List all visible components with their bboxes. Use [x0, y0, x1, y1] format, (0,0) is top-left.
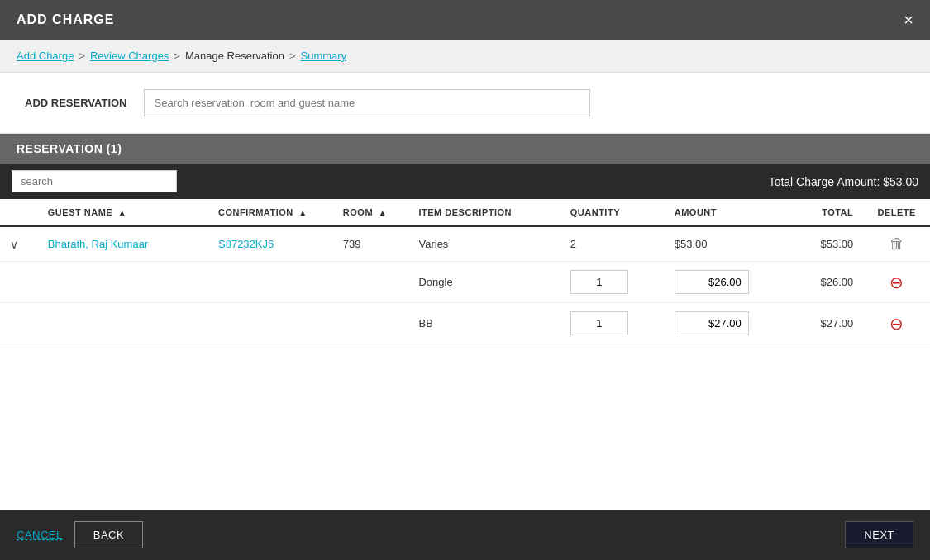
quantity-cell: 2: [560, 226, 665, 262]
sub-item-desc-dongle: Dongle: [408, 262, 560, 303]
breadcrumb-sep-3: >: [289, 50, 296, 62]
sub-item-row-dongle: Dongle $26.00 ⊖: [0, 262, 930, 303]
dongle-quantity-input[interactable]: [570, 270, 628, 294]
expand-cell: ∨: [0, 226, 38, 262]
trash-icon: 🗑: [889, 235, 904, 252]
sub-item-row-bb: BB $27.00 ⊖: [0, 303, 930, 344]
sub-item-amount-bb: [665, 303, 778, 344]
add-reservation-section: ADD RESERVATION: [0, 73, 930, 134]
sub-item-spacer-bb: [38, 303, 409, 344]
remove-bb-button[interactable]: ⊖: [889, 314, 904, 334]
col-guest-name[interactable]: GUEST NAME ▲: [38, 199, 208, 226]
sub-item-total-dongle: $26.00: [778, 262, 863, 303]
table-toolbar: Total Charge Amount: $53.00: [0, 164, 930, 199]
close-button[interactable]: ×: [904, 12, 913, 28]
table-header-row: GUEST NAME ▲ CONFIRMATION ▲ ROOM ▲ ITEM …: [0, 199, 930, 226]
amount-cell: $53.00: [665, 226, 778, 262]
reservation-header: RESERVATION (1): [0, 134, 930, 164]
footer-bar: CANCEL BACK NEXT: [0, 510, 930, 560]
breadcrumb-review-charges[interactable]: Review Charges: [90, 50, 169, 62]
sub-expand-empty-bb: [0, 303, 38, 344]
confirmation-cell: S87232KJ6: [208, 226, 333, 262]
cancel-button[interactable]: CANCEL: [17, 529, 63, 541]
expand-button[interactable]: ∨: [10, 238, 18, 251]
sub-expand-empty: [0, 262, 38, 303]
footer-left: CANCEL BACK: [17, 521, 143, 548]
search-input[interactable]: [12, 170, 177, 192]
expand-col-header: [0, 199, 38, 226]
breadcrumb-sep-2: >: [174, 50, 180, 62]
total-charge-amount: Total Charge Amount: $53.00: [769, 175, 918, 188]
col-item-description: ITEM DESCRIPTION: [408, 199, 560, 226]
add-charge-modal: ADD CHARGE × Add Charge > Review Charges…: [0, 0, 930, 560]
add-reservation-label: ADD RESERVATION: [25, 97, 127, 109]
modal-title: ADD CHARGE: [17, 12, 114, 27]
sort-icon-room: ▲: [379, 208, 387, 217]
table-container: GUEST NAME ▲ CONFIRMATION ▲ ROOM ▲ ITEM …: [0, 199, 930, 510]
minus-circle-icon-bb: ⊖: [889, 315, 904, 333]
delete-cell: 🗑: [863, 226, 930, 262]
sort-icon-guest: ▲: [118, 208, 126, 217]
col-delete: DELETE: [863, 199, 930, 226]
modal-header: ADD CHARGE ×: [0, 0, 930, 40]
sub-item-spacer: [38, 262, 409, 303]
breadcrumb: Add Charge > Review Charges > Manage Res…: [0, 40, 930, 73]
breadcrumb-summary[interactable]: Summary: [301, 50, 347, 62]
sub-item-qty-dongle: [560, 262, 665, 303]
item-desc-cell: Varies: [408, 226, 560, 262]
table-row: ∨ Bharath, Raj Kumaar S87232KJ6 739 Vari…: [0, 226, 930, 262]
room-cell: 739: [333, 226, 409, 262]
dongle-amount-input[interactable]: [675, 270, 749, 294]
guest-name-cell: Bharath, Raj Kumaar: [38, 226, 208, 262]
reservation-title: RESERVATION (1): [17, 142, 122, 155]
col-confirmation[interactable]: CONFIRMATION ▲: [208, 199, 333, 226]
col-room[interactable]: ROOM ▲: [333, 199, 409, 226]
next-button[interactable]: NEXT: [845, 521, 913, 548]
col-amount: AMOUNT: [665, 199, 778, 226]
sort-icon-confirm: ▲: [298, 208, 307, 217]
remove-dongle-button[interactable]: ⊖: [889, 273, 904, 292]
guest-name-link[interactable]: Bharath, Raj Kumaar: [48, 238, 148, 250]
breadcrumb-add-charge[interactable]: Add Charge: [17, 50, 74, 62]
breadcrumb-manage-reservation: Manage Reservation: [185, 50, 284, 62]
sub-item-amount-dongle: [665, 262, 778, 303]
col-total: TOTAL: [778, 199, 863, 226]
sub-item-remove-dongle: ⊖: [863, 262, 930, 303]
back-button[interactable]: BACK: [74, 521, 143, 548]
bb-amount-input[interactable]: [675, 311, 749, 335]
sub-item-desc-bb: BB: [408, 303, 560, 344]
minus-circle-icon: ⊖: [889, 273, 904, 292]
breadcrumb-sep-1: >: [79, 50, 85, 62]
delete-button[interactable]: 🗑: [889, 235, 904, 253]
bb-quantity-input[interactable]: [570, 311, 628, 335]
col-quantity: QUANTITY: [560, 199, 665, 226]
reservation-search-input[interactable]: [144, 89, 590, 116]
charges-table: GUEST NAME ▲ CONFIRMATION ▲ ROOM ▲ ITEM …: [0, 199, 930, 344]
sub-item-remove-bb: ⊖: [863, 303, 930, 344]
total-cell: $53.00: [778, 226, 863, 262]
sub-item-qty-bb: [560, 303, 665, 344]
confirmation-link[interactable]: S87232KJ6: [218, 238, 274, 250]
sub-item-total-bb: $27.00: [778, 303, 863, 344]
